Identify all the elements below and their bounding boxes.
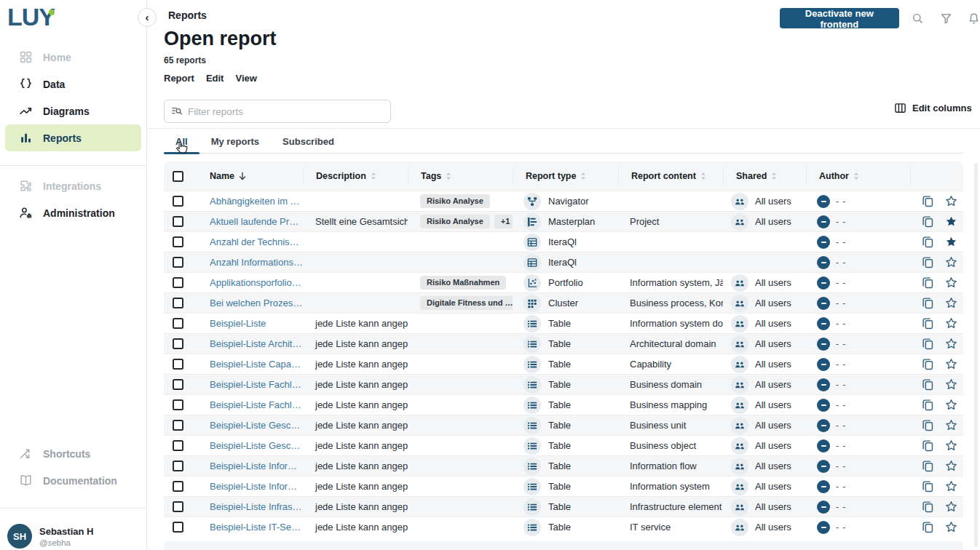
sidebar-item-integrations[interactable]: Integrations (5, 172, 141, 199)
column-header-report-content[interactable]: Report content (618, 168, 723, 184)
favorite-star-icon[interactable] (945, 297, 957, 309)
duplicate-report-icon[interactable] (922, 439, 934, 452)
report-name-link[interactable]: Beispiel-Liste IT-Servic… (210, 522, 303, 533)
duplicate-report-icon[interactable] (922, 195, 934, 207)
row-checkbox[interactable] (173, 399, 183, 410)
sidebar-item-documentation[interactable]: Documentation (5, 467, 141, 494)
column-header-tags[interactable]: Tags (408, 168, 513, 184)
favorite-star-icon[interactable] (945, 521, 957, 533)
row-checkbox[interactable] (173, 216, 183, 227)
row-checkbox[interactable] (173, 440, 183, 451)
menu-view[interactable]: View (235, 73, 256, 84)
menu-edit[interactable]: Edit (206, 73, 224, 84)
column-header-description[interactable]: Description (303, 168, 408, 184)
favorite-star-icon[interactable] (945, 195, 957, 207)
duplicate-report-icon[interactable] (922, 460, 934, 472)
notifications-bell-icon[interactable] (968, 12, 980, 25)
column-header-report-type[interactable]: Report type (513, 168, 618, 184)
favorite-star-icon[interactable] (945, 378, 957, 391)
duplicate-report-icon[interactable] (922, 297, 934, 309)
column-header-shared[interactable]: Shared (723, 168, 806, 184)
favorite-star-icon[interactable] (945, 317, 957, 330)
sidebar-collapse-button[interactable]: ‹ (138, 8, 157, 27)
report-name-link[interactable]: Bei welchen Prozessen… (210, 298, 303, 308)
favorite-star-icon[interactable] (945, 501, 957, 513)
row-checkbox[interactable] (173, 236, 183, 247)
report-name-link[interactable]: Beispiel-Liste Geschäft… (210, 440, 303, 451)
report-name-link[interactable]: Beispiel-Liste Architekt… (210, 338, 303, 349)
filter-reports-input[interactable] (188, 106, 384, 117)
row-checkbox[interactable] (173, 318, 183, 329)
report-name-link[interactable]: Anzahl der Technische… (210, 236, 303, 247)
report-name-link[interactable]: Applikationsporfolio Ü… (210, 277, 303, 288)
report-name-link[interactable]: Beispiel-Liste Geschäft… (210, 420, 303, 431)
duplicate-report-icon[interactable] (922, 276, 934, 289)
duplicate-report-icon[interactable] (922, 256, 934, 268)
duplicate-report-icon[interactable] (922, 521, 934, 533)
duplicate-report-icon[interactable] (922, 317, 934, 330)
row-checkbox[interactable] (173, 257, 183, 268)
user-card[interactable]: SH Sebastian H @sebha (0, 515, 146, 549)
menu-report[interactable]: Report (164, 73, 194, 84)
duplicate-report-icon[interactable] (922, 236, 934, 248)
duplicate-report-icon[interactable] (922, 338, 934, 350)
favorite-star-icon[interactable] (945, 419, 957, 431)
report-name-link[interactable]: Beispiel-Liste (210, 318, 266, 329)
row-checkbox[interactable] (173, 298, 183, 308)
favorite-star-icon[interactable] (945, 439, 957, 452)
vertical-scrollbar[interactable] (974, 163, 978, 547)
duplicate-report-icon[interactable] (922, 358, 934, 370)
sidebar-item-diagrams[interactable]: Diagrams (5, 97, 141, 124)
report-name-link[interactable]: Beispiel-Liste Fachlich… (210, 399, 303, 410)
favorite-star-icon[interactable] (945, 215, 957, 228)
favorite-star-icon[interactable] (945, 338, 957, 350)
row-checkbox[interactable] (173, 277, 183, 288)
row-checkbox[interactable] (173, 501, 183, 512)
favorite-star-icon[interactable] (945, 276, 957, 289)
report-name-link[interactable]: Beispiel-Liste Fachlich… (210, 379, 303, 390)
duplicate-report-icon[interactable] (922, 378, 934, 391)
duplicate-report-icon[interactable] (922, 419, 934, 431)
report-name-link[interactable]: Aktuell laufende Projek… (210, 216, 303, 227)
tab-my-reports[interactable]: My reports (199, 131, 271, 153)
select-all-checkbox[interactable] (173, 171, 183, 182)
favorite-star-icon[interactable] (945, 480, 957, 493)
favorite-star-icon[interactable] (945, 399, 957, 411)
filter-icon[interactable] (940, 12, 952, 25)
edit-columns-button[interactable]: Edit columns (894, 102, 972, 114)
sidebar-item-reports[interactable]: Reports (5, 124, 141, 151)
report-name-link[interactable]: Anzahl Informationssy… (210, 257, 303, 268)
row-checkbox[interactable] (173, 481, 183, 492)
tab-all[interactable]: All (164, 131, 199, 153)
sidebar-item-data[interactable]: Data (5, 71, 141, 97)
deactivate-frontend-button[interactable]: Deactivate new frontend (780, 8, 899, 28)
row-checkbox[interactable] (173, 359, 183, 370)
filter-reports-box[interactable] (164, 100, 391, 123)
duplicate-report-icon[interactable] (922, 501, 934, 513)
report-name-link[interactable]: Beispiel-Liste Informati… (210, 461, 303, 471)
sidebar-item-home[interactable]: Home (5, 44, 141, 71)
row-checkbox[interactable] (173, 420, 183, 431)
row-checkbox[interactable] (173, 338, 183, 349)
duplicate-report-icon[interactable] (922, 399, 934, 411)
favorite-star-icon[interactable] (945, 236, 957, 248)
duplicate-report-icon[interactable] (922, 215, 934, 228)
row-checkbox[interactable] (173, 379, 183, 390)
row-checkbox[interactable] (173, 461, 183, 471)
column-header-author[interactable]: Author (806, 168, 910, 184)
sidebar-item-administration[interactable]: Administration (5, 199, 141, 226)
column-header-name[interactable]: Name (191, 168, 303, 184)
report-name-link[interactable]: Abhängigkeiten im Kon… (210, 196, 303, 207)
tab-subscribed[interactable]: Subscribed (271, 131, 346, 153)
duplicate-report-icon[interactable] (922, 480, 934, 493)
search-icon[interactable] (912, 12, 924, 25)
row-checkbox[interactable] (173, 196, 183, 207)
row-checkbox[interactable] (173, 522, 183, 533)
favorite-star-icon[interactable] (945, 460, 957, 472)
sidebar-item-shortcuts[interactable]: Shortcuts (5, 440, 141, 467)
report-name-link[interactable]: Beispiel-Liste Capability (210, 359, 303, 370)
favorite-star-icon[interactable] (945, 358, 957, 370)
favorite-star-icon[interactable] (945, 256, 957, 268)
report-name-link[interactable]: Beispiel-Liste Infrastru… (210, 501, 303, 512)
report-name-link[interactable]: Beispiel-Liste Informati… (210, 481, 303, 492)
